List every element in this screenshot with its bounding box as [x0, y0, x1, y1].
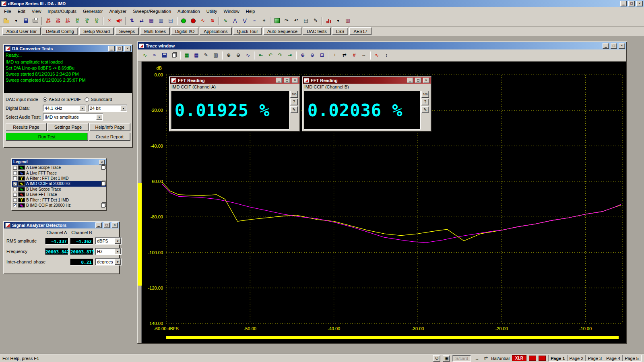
- vertical-zoom-scrollbar[interactable]: [138, 62, 142, 343]
- userbar-button-dac-tests[interactable]: DAC tests: [303, 27, 331, 35]
- menu-item-utility[interactable]: Utility: [203, 8, 221, 15]
- legend-row-5[interactable]: ∿B Live FFT Trace: [12, 192, 106, 197]
- userbar-button-digital-i-o[interactable]: Digital I/O: [171, 27, 198, 35]
- script-edit-icon[interactable]: ✎: [311, 16, 320, 25]
- fft-b-info-button[interactable]: ?: [421, 99, 429, 105]
- help-info-page-button[interactable]: Help/Info Page: [89, 123, 130, 131]
- scope-view-icon[interactable]: ▤: [192, 51, 201, 60]
- sample-rate-dropdown-icon[interactable]: ▼: [79, 105, 85, 111]
- fft-b-edit-button[interactable]: ✎: [421, 106, 429, 113]
- detectors-minimize-button[interactable]: ▁: [95, 222, 102, 228]
- limit-overlay-icon[interactable]: ∿: [372, 51, 382, 60]
- generator-abort-icon[interactable]: ∿: [198, 16, 208, 25]
- unit-select[interactable]: Hz▼: [95, 248, 122, 255]
- legend-row-6[interactable]: YB Filter : FFT Det 1 IMD: [12, 197, 106, 202]
- fft-a-close-button[interactable]: ×: [292, 78, 298, 83]
- report-menu-icon[interactable]: ▾: [333, 16, 343, 25]
- legend-row-7[interactable]: ✓∿B IMD CCIF at 20000 Hz: [12, 203, 106, 208]
- fft-b-units-button[interactable]: 100: [421, 91, 429, 98]
- sweep-add-icon[interactable]: +: [259, 16, 269, 25]
- export-icon[interactable]: ▥: [343, 16, 353, 25]
- horizontal-zoom-scrollbar[interactable]: [166, 336, 619, 339]
- zoom-status-icon[interactable]: ⊙: [433, 355, 440, 362]
- legend-checkbox[interactable]: [13, 171, 17, 175]
- close-button[interactable]: ×: [636, 1, 643, 6]
- fft-a-units-button[interactable]: 100: [290, 91, 298, 98]
- zoom-region-icon[interactable]: ⊡: [317, 51, 327, 60]
- copy-trace-icon[interactable]: [101, 203, 105, 208]
- menu-item-inputs-outputs[interactable]: Inputs/Outputs: [44, 8, 80, 15]
- trace-list-icon[interactable]: ▥: [211, 51, 221, 60]
- detectors-maximize-button[interactable]: □: [103, 222, 110, 228]
- soundcard-radio[interactable]: [85, 97, 89, 102]
- zoom-x-out-icon[interactable]: ⊖: [233, 51, 243, 60]
- fit-trace-icon[interactable]: ∿: [243, 51, 253, 60]
- userbar-button-default-config[interactable]: Default Config: [42, 27, 78, 35]
- trace-minimize-button[interactable]: ▁: [603, 43, 609, 49]
- report-icon[interactable]: [324, 16, 333, 25]
- trace-maximize-button[interactable]: □: [611, 43, 617, 49]
- monitor-mute-icon[interactable]: ◀×: [114, 16, 124, 25]
- generator-mute-icon[interactable]: ×: [105, 16, 114, 25]
- zoom-out-icon[interactable]: ⊖: [308, 51, 317, 60]
- fft-a-minimize-button[interactable]: ▁: [276, 78, 282, 83]
- lineup-icon[interactable]: ⇅: [127, 16, 137, 25]
- marker-next-icon[interactable]: ↷: [275, 51, 285, 60]
- unit-select[interactable]: dBFS▼: [95, 237, 122, 245]
- run-test-button[interactable]: Run Test: [6, 133, 88, 141]
- sweep-down-icon[interactable]: ⋁: [240, 16, 250, 25]
- userbar-button-multi-tones[interactable]: Multi-tones: [140, 27, 170, 35]
- user-bits-icon[interactable]: ▥: [156, 16, 166, 25]
- aes3-radio[interactable]: [43, 97, 47, 102]
- page-tab-3[interactable]: Page 3: [586, 355, 604, 361]
- display-status-icon[interactable]: ▣: [443, 355, 450, 362]
- metadata-icon[interactable]: ▤: [166, 16, 175, 25]
- fft-a-info-button[interactable]: ?: [290, 99, 298, 105]
- legend-checkbox[interactable]: [13, 166, 17, 170]
- cursor-icon[interactable]: +: [330, 51, 340, 60]
- pan-icon[interactable]: ⇄: [340, 51, 349, 60]
- userbar-button-setup-wizard[interactable]: Setup Wizard: [79, 27, 114, 35]
- reference-level-icon[interactable]: ⇄: [137, 16, 147, 25]
- userbar-button-lss[interactable]: LSS: [332, 27, 349, 35]
- menu-item-file[interactable]: File: [1, 8, 14, 15]
- create-report-button[interactable]: Create Report: [89, 133, 130, 141]
- copy-trace-icon[interactable]: [169, 51, 179, 60]
- marker-prev-icon[interactable]: ↶: [266, 51, 275, 60]
- open-menu-icon[interactable]: ▾: [11, 16, 21, 25]
- legend-row-2[interactable]: YA Filter : FFT Det 1 IMD: [12, 176, 106, 181]
- zoom-x-in-icon[interactable]: ⊕: [224, 51, 233, 60]
- legend-checkbox[interactable]: [13, 187, 17, 191]
- trace-settings-icon[interactable]: ✎: [201, 51, 211, 60]
- userbar-button-applications[interactable]: Applications: [200, 27, 231, 35]
- userbar-button-sweeps[interactable]: Sweeps: [115, 27, 139, 35]
- add-marker-icon[interactable]: #: [349, 51, 359, 60]
- legend-checkbox[interactable]: ✓: [13, 182, 17, 186]
- legend-checkbox[interactable]: [13, 198, 17, 202]
- channel-status-icon[interactable]: ▦: [147, 16, 156, 25]
- userbar-button-quick-tour[interactable]: Quick Tour: [233, 27, 262, 35]
- bit-depth-dropdown-icon[interactable]: ▼: [120, 105, 126, 111]
- sample-rate-select[interactable]: 44.1 kHz ▼: [43, 105, 86, 112]
- da-maximize-button[interactable]: □: [116, 46, 123, 51]
- legend-row-4[interactable]: ∿B Live Scope Trace: [12, 187, 106, 192]
- bit-depth-select[interactable]: 24 bit ▼: [88, 105, 127, 112]
- copy-trace-icon[interactable]: [101, 181, 105, 186]
- sweep-up-icon[interactable]: ⋀: [230, 16, 240, 25]
- snap-icon[interactable]: ⇔: [359, 51, 369, 60]
- da-minimize-button[interactable]: ▁: [108, 46, 115, 51]
- save-icon[interactable]: [21, 16, 31, 25]
- digital-input-1-icon[interactable]: 10IN: [72, 16, 82, 25]
- axes-setup-icon[interactable]: ↕: [382, 51, 391, 60]
- save-trace-icon[interactable]: [159, 51, 169, 60]
- menu-item-window[interactable]: Window: [221, 8, 243, 15]
- menu-item-sweeps-regulation[interactable]: Sweeps/Regulation: [130, 8, 174, 15]
- regulation-icon[interactable]: ↷: [282, 16, 291, 25]
- digital-output-3-icon[interactable]: 10OUT: [63, 16, 72, 25]
- trace-close-button[interactable]: ×: [619, 43, 625, 49]
- digital-output-1-icon[interactable]: 10OUT: [43, 16, 53, 25]
- legend-row-1[interactable]: ∿A Live FFT Trace: [12, 170, 106, 175]
- analyzer-abort-icon[interactable]: ≋: [208, 16, 217, 25]
- page-tab-5[interactable]: Page 5: [623, 355, 641, 361]
- menu-item-edit[interactable]: Edit: [14, 8, 29, 15]
